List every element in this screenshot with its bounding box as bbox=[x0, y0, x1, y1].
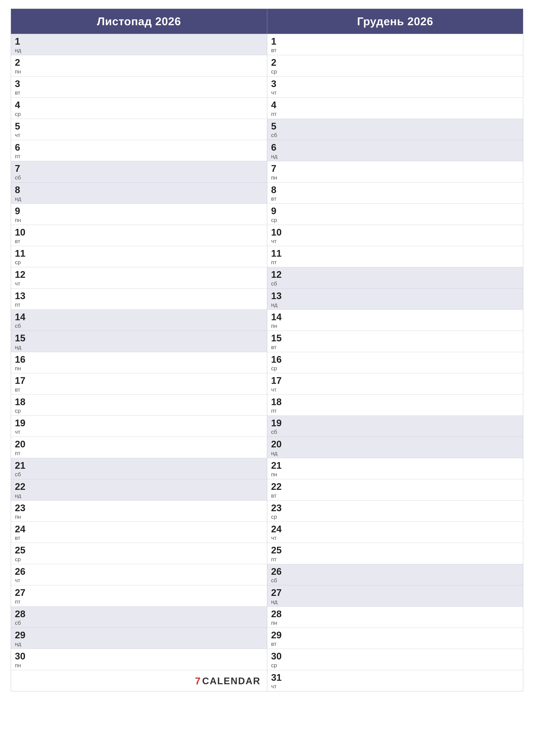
day-name: вт bbox=[15, 90, 263, 96]
day-row: 2пн2ср bbox=[11, 55, 523, 76]
right-day-cell: 1вт bbox=[267, 34, 523, 55]
day-number: 16 bbox=[15, 354, 263, 364]
day-name: чт bbox=[15, 429, 263, 435]
day-name: сб bbox=[271, 429, 519, 435]
day-name: чт bbox=[271, 387, 519, 393]
day-name: пт bbox=[271, 408, 519, 414]
day-name: вт bbox=[15, 238, 263, 245]
day-name: вт bbox=[15, 535, 263, 541]
day-number: 14 bbox=[15, 312, 263, 322]
day-number: 30 bbox=[15, 651, 263, 662]
right-day-cell: 6нд bbox=[267, 140, 523, 161]
day-row: 12чт12сб bbox=[11, 267, 523, 288]
day-number: 26 bbox=[15, 566, 263, 577]
right-day-cell: 21пн bbox=[267, 458, 523, 479]
day-name: пт bbox=[271, 556, 519, 563]
day-number: 6 bbox=[271, 142, 519, 152]
day-name: пт bbox=[15, 450, 263, 457]
day-number: 23 bbox=[271, 503, 519, 513]
day-name: пн bbox=[15, 365, 263, 372]
day-name: пн bbox=[15, 217, 263, 224]
day-number: 13 bbox=[15, 291, 263, 301]
day-number: 25 bbox=[15, 545, 263, 555]
left-day-cell: 27пт bbox=[11, 585, 267, 606]
day-number: 19 bbox=[15, 418, 263, 428]
right-day-cell: 17чт bbox=[267, 373, 523, 394]
day-number: 19 bbox=[271, 418, 519, 428]
day-name: вт bbox=[271, 344, 519, 351]
day-row: 16пн16ср bbox=[11, 352, 523, 373]
day-number: 21 bbox=[271, 460, 519, 471]
day-number: 5 bbox=[15, 121, 263, 131]
day-number: 22 bbox=[15, 481, 263, 492]
day-number: 25 bbox=[271, 545, 519, 555]
day-name: пт bbox=[271, 111, 519, 118]
day-number: 10 bbox=[15, 227, 263, 237]
day-number: 16 bbox=[271, 354, 519, 364]
day-name: нд bbox=[271, 153, 519, 160]
day-row: 8нд8вт bbox=[11, 182, 523, 203]
right-day-cell: 10чт bbox=[267, 225, 523, 246]
day-number: 27 bbox=[15, 587, 263, 598]
right-day-cell: 8вт bbox=[267, 182, 523, 203]
right-month-header: Грудень 2026 bbox=[267, 9, 523, 34]
right-day-cell: 23ср bbox=[267, 500, 523, 522]
left-day-cell: 11ср bbox=[11, 246, 267, 267]
empty-left-cell: 7CALENDAR bbox=[11, 670, 267, 691]
right-day-cell: 9ср bbox=[267, 203, 523, 225]
left-day-cell: 3вт bbox=[11, 76, 267, 97]
right-day-cell: 14пн bbox=[267, 310, 523, 331]
day-number: 24 bbox=[271, 524, 519, 534]
day-name: пт bbox=[15, 302, 263, 308]
day-name: пн bbox=[271, 174, 519, 181]
page: Листопад 2026Грудень 20261нд1вт2пн2ср3вт… bbox=[0, 0, 534, 756]
day-number: 27 bbox=[271, 587, 519, 598]
day-row: 17вт17чт bbox=[11, 373, 523, 394]
headers-row: Листопад 2026Грудень 2026 bbox=[11, 9, 523, 34]
left-day-cell: 21сб bbox=[11, 458, 267, 479]
day-name: чт bbox=[15, 281, 263, 287]
day-row: 30пн30ср bbox=[11, 649, 523, 670]
day-name: ср bbox=[271, 514, 519, 520]
day-name: чт bbox=[271, 238, 519, 245]
calendar-outer: Листопад 2026Грудень 20261нд1вт2пн2ср3вт… bbox=[11, 9, 523, 691]
left-day-cell: 10вт bbox=[11, 225, 267, 246]
day-name: ср bbox=[271, 365, 519, 372]
left-day-cell: 12чт bbox=[11, 267, 267, 288]
day-number: 28 bbox=[271, 609, 519, 619]
left-day-cell: 26чт bbox=[11, 564, 267, 585]
day-name: сб bbox=[271, 577, 519, 584]
day-number: 30 bbox=[271, 651, 519, 662]
day-name: сб bbox=[15, 174, 263, 181]
day-number: 20 bbox=[15, 439, 263, 449]
day-row: 26чт26сб bbox=[11, 564, 523, 585]
left-day-cell: 23пн bbox=[11, 500, 267, 522]
day-name: нд bbox=[271, 450, 519, 457]
right-day-cell: 31чт bbox=[267, 670, 523, 691]
left-day-cell: 13пт bbox=[11, 288, 267, 310]
day-number: 29 bbox=[15, 630, 263, 640]
day-number: 6 bbox=[15, 142, 263, 152]
logo-text: CALENDAR bbox=[202, 676, 261, 687]
left-day-cell: 19чт bbox=[11, 416, 267, 437]
day-name: пн bbox=[271, 471, 519, 478]
right-day-cell: 12сб bbox=[267, 267, 523, 288]
day-row: 10вт10чт bbox=[11, 225, 523, 246]
day-number: 29 bbox=[271, 630, 519, 640]
day-number: 10 bbox=[271, 227, 519, 237]
day-row: 23пн23ср bbox=[11, 500, 523, 522]
day-name: сб bbox=[15, 323, 263, 329]
day-name: пн bbox=[15, 68, 263, 75]
day-name: нд bbox=[15, 344, 263, 351]
day-row: 15нд15вт bbox=[11, 331, 523, 352]
right-day-cell: 28пн bbox=[267, 607, 523, 628]
day-name: нд bbox=[15, 493, 263, 499]
day-number: 12 bbox=[15, 269, 263, 280]
day-number: 23 bbox=[15, 503, 263, 513]
day-name: ср bbox=[15, 408, 263, 414]
day-number: 7 bbox=[15, 163, 263, 174]
day-number: 3 bbox=[15, 79, 263, 89]
calendar-body: Листопад 2026Грудень 20261нд1вт2пн2ср3вт… bbox=[11, 9, 523, 691]
day-name: нд bbox=[271, 302, 519, 308]
day-row: 14сб14пн bbox=[11, 310, 523, 331]
